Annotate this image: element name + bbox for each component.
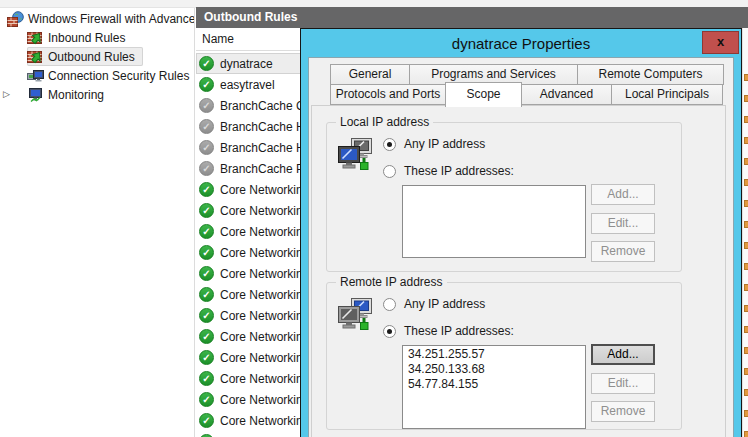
rule-enabled-check-icon: ✓: [199, 413, 214, 428]
local-these-ip-radio[interactable]: These IP addresses:: [383, 164, 514, 178]
rule-enabled-check-icon: ✓: [199, 371, 214, 386]
remote-these-ip-radio[interactable]: These IP addresses:: [383, 324, 514, 338]
rule-name: BranchCache P: [220, 162, 304, 176]
tab-general[interactable]: General: [330, 64, 410, 85]
group-label: Local IP address: [336, 115, 433, 129]
console-tree-panel: Windows Firewall with Advance Inbound Ru…: [0, 8, 195, 437]
firewall-rules-icon: [27, 49, 44, 65]
action-item-icon[interactable]: [744, 242, 748, 249]
radio-label: These IP addresses:: [404, 164, 514, 178]
rule-enabled-check-icon: ✓: [199, 56, 214, 71]
remote-edit-button[interactable]: Edit...: [591, 373, 655, 394]
action-item-icon[interactable]: [744, 368, 748, 375]
tab-local-principals[interactable]: Local Principals: [611, 84, 723, 105]
ip-address-item[interactable]: 34.251.255.57: [408, 347, 585, 362]
rule-disabled-check-icon: ✓: [199, 98, 214, 113]
dialog-body: GeneralPrograms and ServicesRemote Compu…: [309, 58, 733, 437]
local-ip-listbox[interactable]: [402, 185, 586, 258]
rule-name: Core Networkin: [220, 204, 303, 218]
action-item-icon[interactable]: [744, 200, 748, 207]
tree-item-label: Outbound Rules: [48, 50, 135, 64]
rule-enabled-check-icon: ✓: [199, 77, 214, 92]
rule-name: Core Networkin: [220, 309, 303, 323]
rule-name: dynatrace: [220, 57, 273, 71]
tab-remote-computers[interactable]: Remote Computers: [577, 64, 724, 85]
local-edit-button[interactable]: Edit...: [591, 213, 655, 234]
radio-circle: [383, 165, 396, 178]
rule-enabled-check-icon: ✓: [199, 350, 214, 365]
tree-item-connection-security-rules[interactable]: Connection Security Rules: [0, 66, 194, 85]
tree-item-label: Windows Firewall with Advance: [28, 12, 195, 26]
action-item-icon[interactable]: [744, 326, 748, 333]
tree-item-outbound-rules[interactable]: Outbound Rules: [0, 47, 194, 66]
tab-protocols-and-ports[interactable]: Protocols and Ports: [330, 84, 446, 105]
results-pane-title: Outbound Rules: [204, 10, 297, 24]
rule-name: Core Networkin: [220, 183, 303, 197]
action-item-icon[interactable]: [744, 389, 748, 396]
rule-name: BranchCache H: [220, 120, 305, 134]
action-item-icon[interactable]: [744, 158, 748, 165]
rule-enabled-check-icon: ✓: [199, 287, 214, 302]
dialog-title: dynatrace Properties: [452, 35, 590, 52]
rule-name: Core Networkin: [220, 225, 303, 239]
tree-item-monitoring[interactable]: ▷Monitoring: [0, 85, 194, 104]
local-add-button[interactable]: Add...: [591, 184, 655, 205]
rule-enabled-check-icon: ✓: [199, 245, 214, 260]
action-item-icon[interactable]: [744, 347, 748, 354]
monitoring-icon: [27, 87, 44, 103]
ip-address-item[interactable]: 34.250.133.68: [408, 362, 585, 377]
local-ip-address-group: Local IP address: [326, 122, 682, 272]
remote-ip-listbox[interactable]: 34.251.255.5734.250.133.6854.77.84.155: [402, 345, 586, 429]
rule-enabled-check-icon: ✓: [199, 329, 214, 344]
action-item-icon[interactable]: [744, 410, 748, 417]
network-computers-icon: [338, 298, 374, 335]
tree-item-label: Connection Security Rules: [48, 69, 189, 83]
action-item-icon[interactable]: [744, 284, 748, 291]
action-item-icon[interactable]: [744, 116, 748, 123]
rule-enabled-check-icon: ✓: [199, 308, 214, 323]
radio-label: These IP addresses:: [404, 324, 514, 338]
action-item-icon[interactable]: [744, 221, 748, 228]
action-item-icon[interactable]: [744, 305, 748, 312]
tree-item-label: Inbound Rules: [48, 31, 125, 45]
rule-disabled-check-icon: ✓: [199, 161, 214, 176]
rule-enabled-check-icon: ✓: [199, 392, 214, 407]
remote-any-ip-radio[interactable]: Any IP address: [383, 297, 485, 311]
rule-name: Core Networkin: [220, 288, 303, 302]
rule-name: Core Networkin: [220, 414, 303, 428]
tree-item-label: Monitoring: [48, 88, 104, 102]
dialog-titlebar[interactable]: dynatrace Properties x: [301, 29, 741, 58]
action-item-icon[interactable]: [744, 74, 748, 81]
scope-tab-page: Local IP address: [311, 105, 726, 437]
network-computers-icon: [338, 138, 374, 175]
actions-pane-sliver: [742, 28, 748, 437]
remote-remove-button[interactable]: Remove: [591, 401, 655, 422]
rule-name: easytravel: [220, 78, 275, 92]
radio-label: Any IP address: [404, 137, 485, 151]
radio-label: Any IP address: [404, 297, 485, 311]
firewall-rules-icon: [27, 30, 44, 46]
rule-name: Core Networkin: [220, 267, 303, 281]
ip-address-item[interactable]: 54.77.84.155: [408, 377, 585, 392]
close-button[interactable]: x: [702, 31, 739, 54]
action-item-icon[interactable]: [744, 137, 748, 144]
firewall-globe-icon: [7, 11, 24, 27]
action-item-icon[interactable]: [744, 95, 748, 102]
radio-circle: [383, 138, 396, 151]
tab-scope[interactable]: Scope: [445, 82, 522, 107]
remote-add-button[interactable]: Add...: [591, 344, 655, 365]
rule-enabled-check-icon: ✓: [199, 266, 214, 281]
local-any-ip-radio[interactable]: Any IP address: [383, 137, 485, 151]
local-remove-button[interactable]: Remove: [591, 241, 655, 262]
tree-item-windows-firewall-root[interactable]: Windows Firewall with Advance: [0, 9, 194, 28]
radio-circle: [383, 298, 396, 311]
tree-item-inbound-rules[interactable]: Inbound Rules: [0, 28, 194, 47]
group-label: Remote IP address: [336, 275, 447, 289]
tab-advanced[interactable]: Advanced: [521, 84, 612, 105]
rule-enabled-check-icon: ✓: [199, 224, 214, 239]
rule-name: BranchCache C: [220, 99, 305, 113]
action-item-icon[interactable]: [744, 431, 748, 437]
action-item-icon[interactable]: [744, 179, 748, 186]
action-item-icon[interactable]: [744, 263, 748, 270]
expand-arrow-icon[interactable]: ▷: [3, 89, 13, 99]
